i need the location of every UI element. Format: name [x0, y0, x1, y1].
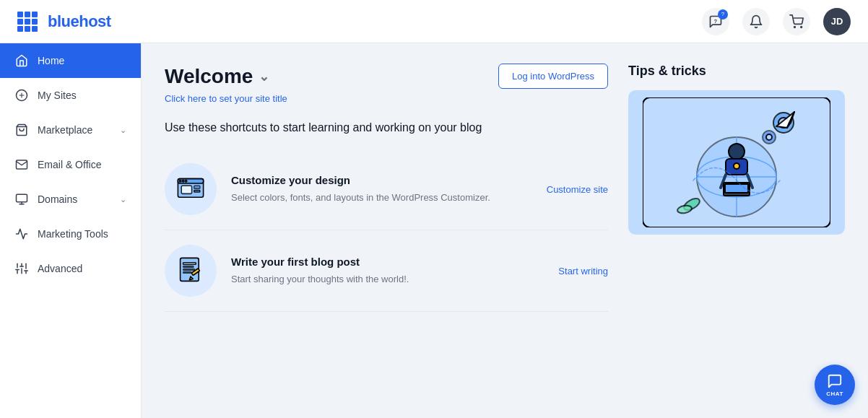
- svg-point-2: [801, 26, 802, 27]
- sidebar-item-home[interactable]: Home: [0, 43, 141, 78]
- support-badge: ?: [718, 9, 728, 19]
- main-content: Welcome ⌄ Log into WordPress Click here …: [142, 43, 868, 418]
- sidebar-advanced-label: Advanced: [38, 263, 126, 274]
- svg-point-23: [182, 180, 183, 182]
- welcome-header: Welcome ⌄ Log into WordPress: [165, 64, 608, 89]
- topnav-actions: ? ? JD: [702, 8, 851, 35]
- sidebar-item-email-office[interactable]: Email & Office: [0, 147, 141, 182]
- tips-tricks-heading: Tips & tricks: [628, 64, 845, 79]
- sidebar-domains-label: Domains: [38, 193, 111, 205]
- svg-point-24: [185, 180, 186, 182]
- notifications-button[interactable]: [742, 8, 770, 35]
- sidebar: Home My Sites Marketplace ⌄: [0, 43, 142, 418]
- svg-rect-20: [194, 186, 200, 188]
- svg-rect-5: [17, 194, 27, 202]
- wordpress-icon: [14, 88, 29, 103]
- customize-design-desc: Select colors, fonts, and layouts in the…: [231, 191, 532, 205]
- svg-rect-27: [183, 266, 194, 268]
- email-icon: [14, 157, 29, 172]
- svg-point-40: [766, 134, 772, 140]
- first-blog-post-desc: Start sharing your thoughts with the wor…: [231, 272, 544, 287]
- svg-rect-19: [181, 186, 191, 193]
- sidebar-email-label: Email & Office: [38, 159, 126, 170]
- welcome-caret-icon[interactable]: ⌄: [259, 69, 269, 84]
- sidebar-item-marketplace[interactable]: Marketplace ⌄: [0, 113, 141, 147]
- write-blog-icon: [165, 245, 217, 297]
- sidebar-item-marketing-tools[interactable]: Marketing Tools: [0, 217, 141, 251]
- sidebar-my-sites-label: My Sites: [38, 90, 126, 101]
- sidebar-item-domains[interactable]: Domains ⌄: [0, 182, 141, 217]
- marketing-icon: [14, 227, 29, 241]
- chat-icon: [827, 373, 843, 389]
- svg-rect-26: [183, 263, 196, 264]
- tips-tricks-image: [628, 90, 845, 235]
- app-layout: Home My Sites Marketplace ⌄: [0, 43, 868, 418]
- page-title: Welcome ⌄: [165, 65, 269, 88]
- cart-icon: [789, 14, 804, 29]
- sidebar-item-my-sites[interactable]: My Sites: [0, 78, 141, 113]
- shortcut-customize-design: Customize your design Select colors, fon…: [165, 149, 608, 230]
- svg-point-22: [179, 180, 181, 182]
- log-into-wordpress-button[interactable]: Log into WordPress: [498, 64, 608, 89]
- chat-button[interactable]: CHAT: [815, 365, 855, 405]
- svg-rect-29: [183, 272, 191, 274]
- start-writing-link[interactable]: Start writing: [558, 266, 608, 277]
- customize-site-link[interactable]: Customize site: [547, 184, 608, 195]
- svg-text:?: ?: [714, 17, 718, 24]
- bell-icon: [749, 14, 763, 29]
- svg-rect-21: [194, 191, 200, 192]
- shortcut-first-blog-post: Write your first blog post Start sharing…: [165, 230, 608, 312]
- customize-design-title: Customize your design: [231, 174, 532, 186]
- sidebar-marketplace-label: Marketplace: [38, 124, 111, 136]
- customize-design-icon: [165, 163, 217, 215]
- domains-icon: [14, 192, 29, 206]
- chevron-down-icon-domains: ⌄: [120, 195, 126, 204]
- chat-label: CHAT: [826, 391, 843, 397]
- brand-logo: bluehost: [48, 12, 111, 31]
- shortcuts-heading: Use these shortcuts to start learning an…: [165, 121, 608, 134]
- first-blog-post-content: Write your first blog post Start sharing…: [231, 256, 544, 287]
- first-blog-post-title: Write your first blog post: [231, 256, 544, 268]
- grid-icon[interactable]: [17, 12, 38, 32]
- svg-point-49: [734, 163, 739, 169]
- chevron-down-icon: ⌄: [120, 126, 126, 135]
- home-icon: [14, 53, 29, 68]
- tips-column: Tips & tricks: [628, 64, 845, 398]
- site-title-link[interactable]: Click here to set your site title: [165, 93, 608, 104]
- shopping-bag-icon: [14, 123, 29, 137]
- user-avatar[interactable]: JD: [823, 8, 851, 35]
- svg-rect-28: [183, 269, 195, 271]
- customize-design-content: Customize your design Select colors, fon…: [231, 174, 532, 205]
- sliders-icon: [14, 261, 29, 276]
- svg-point-43: [729, 144, 745, 160]
- support-button[interactable]: ? ?: [702, 8, 729, 35]
- cart-button[interactable]: [783, 8, 810, 35]
- sidebar-item-advanced[interactable]: Advanced: [0, 251, 141, 286]
- svg-point-1: [794, 26, 796, 27]
- top-navigation: bluehost ? ? JD: [0, 0, 868, 43]
- sidebar-marketing-label: Marketing Tools: [38, 228, 126, 240]
- brand-area: bluehost: [17, 12, 111, 32]
- sidebar-home-label: Home: [38, 55, 126, 66]
- main-left-column: Welcome ⌄ Log into WordPress Click here …: [165, 64, 608, 398]
